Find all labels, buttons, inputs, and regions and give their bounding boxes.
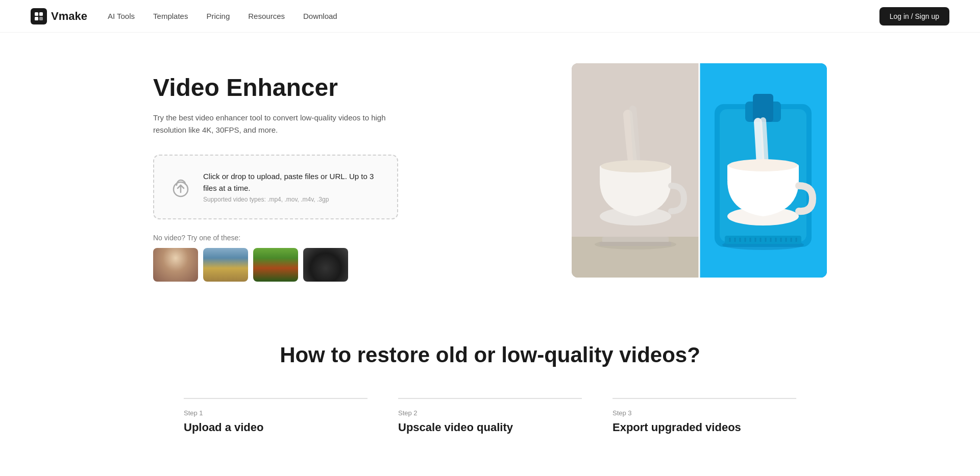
step-3-label: Step 3 [612, 409, 796, 417]
step-1-label: Step 1 [184, 409, 368, 417]
step-1-title: Upload a video [184, 421, 368, 434]
nav-item-resources[interactable]: Resources [248, 12, 285, 21]
comparison-image [572, 63, 827, 278]
step-2-title: Upscale video quality [398, 421, 582, 434]
nav-link-resources[interactable]: Resources [248, 12, 285, 20]
sample-thumb-4[interactable] [303, 248, 348, 282]
how-title: How to restore old or low-quality videos… [31, 343, 949, 367]
thumb-1-inner [153, 248, 198, 282]
logo-icon [31, 8, 47, 24]
thumb-2-inner [203, 248, 248, 282]
hero-section: Video Enhancer Try the best video enhanc… [122, 33, 857, 302]
nav-link-download[interactable]: Download [303, 12, 337, 20]
nav-item-download[interactable]: Download [303, 12, 337, 21]
sample-thumb-1[interactable] [153, 248, 198, 282]
nav-link-ai-tools[interactable]: AI Tools [108, 12, 135, 20]
upload-box[interactable]: Click or drop to upload, paste files or … [153, 155, 398, 219]
thumb-4-inner [303, 248, 348, 282]
svg-rect-0 [35, 12, 38, 16]
step-3: Step 3 Export upgraded videos [612, 398, 796, 434]
sample-thumb-3[interactable] [253, 248, 298, 282]
nav-item-templates[interactable]: Templates [153, 12, 188, 21]
comparison-after [699, 63, 827, 278]
login-signup-button[interactable]: Log in / Sign up [879, 7, 949, 26]
how-section: How to restore old or low-quality videos… [0, 302, 980, 455]
svg-rect-1 [39, 12, 43, 16]
step-2: Step 2 Upscale video quality [398, 398, 582, 434]
svg-rect-2 [35, 17, 38, 20]
hero-right [572, 63, 827, 278]
step-1: Step 1 Upload a video [184, 398, 368, 434]
step-3-title: Export upgraded videos [612, 421, 796, 434]
svg-rect-23 [725, 236, 801, 244]
sample-thumb-2[interactable] [203, 248, 248, 282]
nav-link-templates[interactable]: Templates [153, 12, 188, 20]
logo-link[interactable]: Vmake [31, 8, 87, 24]
svg-rect-3 [39, 17, 43, 20]
svg-point-21 [728, 159, 798, 171]
svg-point-10 [601, 160, 670, 172]
sample-label: No video? Try one of these: [153, 234, 541, 242]
logo-text: Vmake [51, 10, 87, 23]
upload-cloud-icon [168, 175, 193, 199]
comparison-divider [699, 63, 700, 278]
nav-link-pricing[interactable]: Pricing [206, 12, 230, 20]
navbar: Vmake AI Tools Templates Pricing Resourc… [0, 0, 980, 33]
comparison-before [572, 63, 699, 278]
step-2-label: Step 2 [398, 409, 582, 417]
navbar-left: Vmake AI Tools Templates Pricing Resourc… [31, 8, 337, 24]
nav-links: AI Tools Templates Pricing Resources Dow… [108, 12, 337, 21]
sample-thumbs [153, 248, 541, 282]
nav-item-pricing[interactable]: Pricing [206, 12, 230, 21]
upload-sub-text: Supported video types: .mp4, .mov, .m4v,… [203, 196, 383, 203]
upload-text-block: Click or drop to upload, paste files or … [203, 171, 383, 203]
nav-item-ai-tools[interactable]: AI Tools [108, 12, 135, 21]
upload-main-text: Click or drop to upload, paste files or … [203, 171, 383, 194]
thumb-3-inner [253, 248, 298, 282]
hero-description: Try the best video enhancer tool to conv… [153, 112, 398, 136]
svg-rect-13 [600, 242, 671, 246]
steps-row: Step 1 Upload a video Step 2 Upscale vid… [184, 398, 796, 434]
hero-left: Video Enhancer Try the best video enhanc… [153, 63, 541, 282]
hero-title: Video Enhancer [153, 73, 541, 102]
